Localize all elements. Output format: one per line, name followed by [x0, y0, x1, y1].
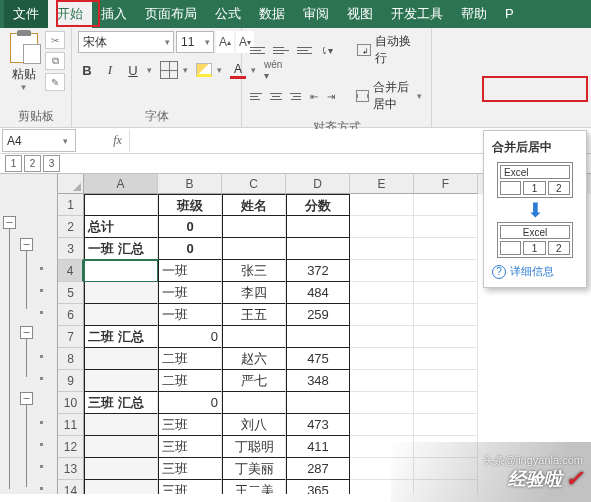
- align-right-button[interactable]: [288, 87, 304, 105]
- menu-review[interactable]: 审阅: [294, 0, 338, 28]
- cut-button[interactable]: ✂: [45, 31, 65, 49]
- chevron-down-icon[interactable]: ▾: [183, 65, 191, 75]
- col-header-A[interactable]: A: [84, 174, 158, 194]
- outline-collapse-button[interactable]: –: [20, 326, 33, 339]
- cell[interactable]: 三班: [158, 458, 222, 480]
- align-top-button[interactable]: [248, 41, 267, 59]
- cell[interactable]: [84, 348, 158, 370]
- bold-button[interactable]: B: [78, 60, 96, 80]
- col-header-C[interactable]: C: [222, 174, 286, 194]
- cell[interactable]: [414, 260, 478, 282]
- borders-button[interactable]: [160, 61, 178, 79]
- cell[interactable]: [84, 458, 158, 480]
- col-header-B[interactable]: B: [158, 174, 222, 194]
- cell[interactable]: 一班: [158, 260, 222, 282]
- active-cell[interactable]: [84, 260, 158, 282]
- cell[interactable]: [84, 480, 158, 494]
- cell[interactable]: [414, 238, 478, 260]
- cell[interactable]: 严七: [222, 370, 286, 392]
- align-left-button[interactable]: [248, 87, 264, 105]
- menu-data[interactable]: 数据: [250, 0, 294, 28]
- row-header[interactable]: 13: [58, 458, 84, 480]
- cell[interactable]: 二班: [158, 348, 222, 370]
- row-header[interactable]: 7: [58, 326, 84, 348]
- cell[interactable]: 0: [158, 238, 222, 260]
- cell[interactable]: 348: [286, 370, 350, 392]
- cell[interactable]: [414, 326, 478, 348]
- name-box[interactable]: A4 ▾: [2, 129, 76, 152]
- col-header-F[interactable]: F: [414, 174, 478, 194]
- menu-insert[interactable]: 插入: [92, 0, 136, 28]
- row-header[interactable]: 5: [58, 282, 84, 304]
- orientation-button[interactable]: ⤹▾: [318, 41, 335, 59]
- cell[interactable]: [414, 304, 478, 326]
- cell[interactable]: [414, 194, 478, 216]
- cell[interactable]: 473: [286, 414, 350, 436]
- outline-level-3[interactable]: 3: [43, 155, 60, 172]
- increase-indent-button[interactable]: ⇥: [325, 87, 338, 105]
- row-header[interactable]: 12: [58, 436, 84, 458]
- menu-help[interactable]: 帮助: [452, 0, 496, 28]
- cell[interactable]: [286, 238, 350, 260]
- cell[interactable]: 姓名: [222, 194, 286, 216]
- font-size-select[interactable]: 11 ▾: [176, 31, 214, 53]
- cell[interactable]: 475: [286, 348, 350, 370]
- cell[interactable]: [222, 238, 286, 260]
- cell[interactable]: 411: [286, 436, 350, 458]
- cell[interactable]: 三班 汇总: [84, 392, 158, 414]
- menu-formulas[interactable]: 公式: [206, 0, 250, 28]
- chevron-down-icon[interactable]: ▾: [147, 65, 155, 75]
- cell[interactable]: 张三: [222, 260, 286, 282]
- cell[interactable]: 372: [286, 260, 350, 282]
- menu-dev-tools[interactable]: 开发工具: [382, 0, 452, 28]
- menu-home[interactable]: 开始: [48, 0, 92, 28]
- row-header[interactable]: 2: [58, 216, 84, 238]
- align-center-button[interactable]: [268, 87, 284, 105]
- cell[interactable]: 李四: [222, 282, 286, 304]
- cell[interactable]: [414, 282, 478, 304]
- cell[interactable]: 365: [286, 480, 350, 494]
- cell[interactable]: 二班 汇总: [84, 326, 158, 348]
- cell[interactable]: 259: [286, 304, 350, 326]
- col-header-D[interactable]: D: [286, 174, 350, 194]
- cell[interactable]: 总计: [84, 216, 158, 238]
- cell[interactable]: [84, 282, 158, 304]
- cell[interactable]: [84, 436, 158, 458]
- wrap-text-button[interactable]: ↲ 自动换行: [353, 31, 425, 69]
- cell[interactable]: [414, 392, 478, 414]
- outline-level-1[interactable]: 1: [5, 155, 22, 172]
- cell[interactable]: [414, 414, 478, 436]
- tooltip-more-link[interactable]: ? 详细信息: [492, 264, 578, 279]
- cell[interactable]: 王五: [222, 304, 286, 326]
- cell[interactable]: 丁聪明: [222, 436, 286, 458]
- cell[interactable]: [222, 326, 286, 348]
- cell[interactable]: [286, 326, 350, 348]
- cell[interactable]: 0: [158, 326, 222, 348]
- row-header[interactable]: 3: [58, 238, 84, 260]
- cell[interactable]: 班级: [158, 194, 222, 216]
- cell[interactable]: 一班 汇总: [84, 238, 158, 260]
- cell[interactable]: [350, 260, 414, 282]
- cell[interactable]: [84, 304, 158, 326]
- row-header[interactable]: 9: [58, 370, 84, 392]
- cell[interactable]: [286, 216, 350, 238]
- cell[interactable]: [350, 216, 414, 238]
- outline-level-2[interactable]: 2: [24, 155, 41, 172]
- row-header[interactable]: 4: [58, 260, 84, 282]
- cell[interactable]: [414, 348, 478, 370]
- cell[interactable]: 二班: [158, 370, 222, 392]
- cell[interactable]: [222, 216, 286, 238]
- outline-collapse-button[interactable]: –: [20, 392, 33, 405]
- cell[interactable]: [350, 370, 414, 392]
- cell[interactable]: 赵六: [222, 348, 286, 370]
- cell[interactable]: [350, 194, 414, 216]
- row-header[interactable]: 14: [58, 480, 84, 494]
- row-header[interactable]: 6: [58, 304, 84, 326]
- cell[interactable]: [286, 392, 350, 414]
- menu-p[interactable]: P: [496, 0, 523, 28]
- fx-button[interactable]: fx: [106, 129, 130, 152]
- cell[interactable]: [350, 326, 414, 348]
- underline-button[interactable]: U: [124, 60, 142, 80]
- cell[interactable]: 丁美丽: [222, 458, 286, 480]
- cell[interactable]: 三班: [158, 436, 222, 458]
